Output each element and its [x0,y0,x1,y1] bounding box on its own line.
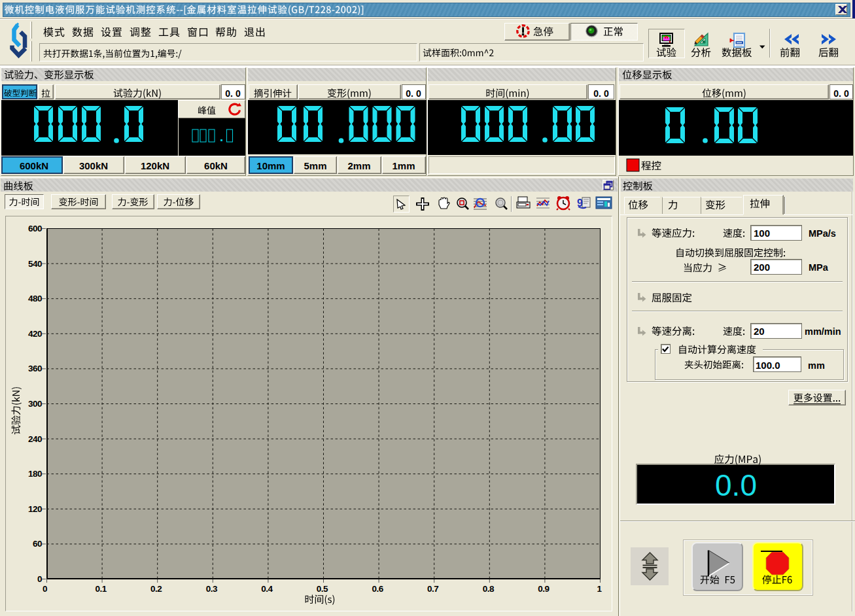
svg-text:60kN: 60kN [204,160,228,171]
svg-text:MPa/s: MPa/s [809,228,836,239]
svg-text:60: 60 [33,539,42,549]
svg-text:0.0: 0.0 [715,468,757,502]
svg-text:0. 0: 0. 0 [833,88,849,99]
svg-text:20: 20 [754,326,765,337]
svg-text:300kN: 300kN [79,160,108,171]
svg-text:5mm: 5mm [304,160,326,171]
svg-text:200: 200 [754,262,770,273]
svg-text:0.1: 0.1 [95,584,107,594]
svg-text:0.5: 0.5 [317,584,328,594]
svg-text:mm: mm [808,360,825,371]
svg-text:0.7: 0.7 [427,584,438,594]
svg-text:0. 0: 0. 0 [225,88,241,99]
svg-text:0.4: 0.4 [261,584,273,594]
svg-text:120: 120 [28,504,42,514]
svg-text:600: 600 [28,224,42,233]
svg-text:100: 100 [754,228,770,239]
svg-text:1: 1 [597,584,602,594]
svg-text:540: 540 [28,259,42,269]
svg-text:0.3: 0.3 [206,584,218,594]
svg-text:1mm: 1mm [392,160,415,171]
svg-text:100.0: 100.0 [756,360,780,371]
svg-text:180: 180 [28,469,42,479]
svg-text:0: 0 [43,584,47,594]
svg-text:0: 0 [37,574,42,584]
svg-text:10mm: 10mm [256,160,285,171]
svg-text:360: 360 [28,364,42,373]
svg-text:0. 0: 0. 0 [406,88,421,99]
svg-text:300: 300 [28,399,42,409]
svg-text:600kN: 600kN [20,160,48,171]
svg-text:240: 240 [28,434,42,444]
svg-text:0.6: 0.6 [372,584,383,594]
svg-text:0.9: 0.9 [538,584,549,594]
svg-text:480: 480 [28,294,42,303]
svg-text:0. 0: 0. 0 [593,88,609,99]
svg-text:120kN: 120kN [141,160,169,171]
svg-text:0.2: 0.2 [150,584,162,594]
svg-text:0.8: 0.8 [483,584,495,594]
svg-text:MPa: MPa [809,262,829,273]
svg-text:2mm: 2mm [347,160,370,171]
svg-text:mm/min: mm/min [805,326,841,337]
svg-text:420: 420 [28,329,42,339]
